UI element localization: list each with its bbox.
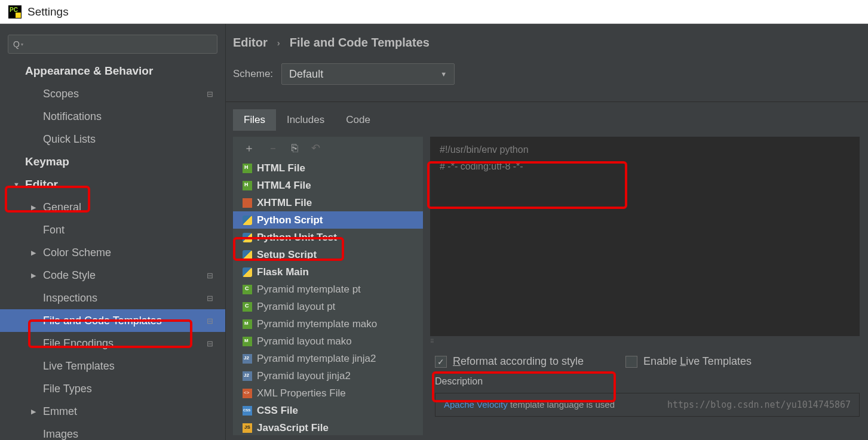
sidebar-item-general[interactable]: ▶General	[0, 196, 225, 219]
tab-files[interactable]: Files	[233, 109, 276, 131]
template-label: Pyramid mytemplate mako	[257, 318, 377, 330]
template-item-pyramid-layout-jinja2[interactable]: Pyramid layout jinja2	[233, 367, 423, 384]
project-override-icon: ⊟	[207, 339, 213, 348]
template-item-flask-main[interactable]: Flask Main	[233, 263, 423, 281]
pycharm-icon	[8, 5, 22, 19]
template-item-python-unit-test[interactable]: Python Unit Test	[233, 229, 423, 246]
py-file-icon	[243, 233, 252, 242]
project-override-icon: ⊟	[207, 316, 213, 325]
sidebar-item-label: Color Scheme	[43, 247, 111, 259]
project-override-icon: ⊟	[207, 90, 213, 99]
template-item-pyramid-layout-mako[interactable]: Pyramid layout mako	[233, 333, 423, 350]
apache-velocity-link[interactable]: Apache Velocity	[444, 399, 508, 410]
template-item-xml-properties-file[interactable]: XML Properties File	[233, 384, 423, 402]
sidebar-item-label: Appearance & Behavior	[25, 64, 153, 78]
template-toolbar: ＋ － ⎘ ↶	[233, 137, 423, 159]
copy-icon[interactable]: ⎘	[292, 142, 298, 155]
sidebar-item-quick-lists[interactable]: Quick Lists	[0, 128, 225, 150]
sidebar-item-inspections[interactable]: Inspections⊟	[0, 287, 225, 309]
template-item-pyramid-mytemplate-pt[interactable]: Pyramid mytemplate pt	[233, 281, 423, 298]
sidebar-item-editor[interactable]: ▼Editor	[0, 173, 225, 196]
template-panel: ＋ － ⎘ ↶ HTML FileHTML4 FileXHTML FilePyt…	[233, 137, 423, 435]
sidebar-item-keymap[interactable]: Keymap	[0, 150, 225, 173]
code-line: # -*- coding:utf-8 -*-	[440, 158, 850, 175]
live-templates-label: Enable Live Templates	[643, 355, 752, 368]
search-icon: Q	[13, 39, 20, 49]
template-item-css-file[interactable]: CSS File	[233, 402, 423, 419]
sidebar-item-font[interactable]: Font	[0, 219, 225, 241]
template-item-pyramid-mytemplate-mako[interactable]: Pyramid mytemplate mako	[233, 315, 423, 333]
template-label: HTML4 File	[257, 180, 311, 192]
add-icon[interactable]: ＋	[244, 141, 254, 155]
sidebar-item-notifications[interactable]: Notifications	[0, 105, 225, 128]
py-file-icon	[243, 250, 252, 260]
chevron-down-icon: ▼	[440, 70, 447, 78]
chevron-right-icon: ▶	[31, 272, 38, 279]
template-label: JavaScript File	[257, 422, 329, 434]
settings-content: Editor › File and Code Templates Scheme:…	[226, 24, 868, 440]
sidebar-item-file-encodings[interactable]: File Encodings⊟	[0, 332, 225, 355]
template-item-setup-script[interactable]: Setup Script	[233, 246, 423, 263]
sidebar-item-file-types[interactable]: File Types	[0, 377, 225, 400]
template-item-xhtml-file[interactable]: XHTML File	[233, 194, 423, 211]
live-templates-checkbox[interactable]: Enable Live Templates	[625, 355, 752, 368]
tab-code[interactable]: Code	[335, 109, 381, 131]
sidebar-item-label: Emmet	[43, 405, 77, 418]
template-label: Pyramid mytemplate pt	[257, 284, 361, 296]
js-file-icon	[243, 423, 252, 433]
breadcrumb-leaf: File and Code Templates	[290, 36, 430, 50]
template-label: XHTML File	[257, 197, 312, 209]
checkbox-icon	[435, 356, 447, 368]
scheme-row: Scheme: Default ▼	[233, 63, 868, 85]
template-label: XML Properties File	[257, 387, 346, 399]
description-box: Apache Velocity template language is use…	[435, 393, 860, 417]
editor-panel: #!/usr/bin/env python # -*- coding:utf-8…	[423, 137, 868, 435]
remove-icon[interactable]: －	[268, 141, 278, 155]
code-line: #!/usr/bin/env python	[440, 141, 850, 158]
template-item-python-script[interactable]: Python Script	[233, 211, 423, 229]
template-label: CSS File	[257, 405, 298, 417]
sidebar-item-label: Live Templates	[43, 360, 115, 373]
scheme-select[interactable]: Default ▼	[281, 63, 455, 85]
work-area: ＋ － ⎘ ↶ HTML FileHTML4 FileXHTML FilePyt…	[233, 137, 868, 435]
template-item-html-file[interactable]: HTML File	[233, 159, 423, 177]
j2-file-icon	[243, 371, 252, 381]
reformat-label: Reformat according to style	[453, 355, 584, 368]
chevron-right-icon: ▶	[31, 408, 38, 416]
project-override-icon: ⊟	[207, 271, 213, 280]
chevron-right-icon: ▶	[31, 204, 38, 211]
settings-sidebar: Q ▾ Appearance & BehaviorScopes⊟Notifica…	[0, 24, 226, 440]
options-row: Reformat according to style Enable Live …	[435, 355, 860, 368]
template-item-pyramid-mytemplate-jinja2[interactable]: Pyramid mytemplate jinja2	[233, 350, 423, 367]
sidebar-item-appearance-behavior[interactable]: Appearance & Behavior	[0, 60, 225, 82]
template-label: Pyramid layout mako	[257, 336, 352, 347]
html-file-icon	[243, 164, 252, 173]
sidebar-item-images[interactable]: Images	[0, 423, 225, 440]
tab-includes[interactable]: Includes	[276, 109, 335, 131]
template-item-html4-file[interactable]: HTML4 File	[233, 177, 423, 194]
sidebar-item-color-scheme[interactable]: ▶Color Scheme	[0, 241, 225, 264]
template-label: Pyramid layout jinja2	[257, 370, 351, 382]
sidebar-item-scopes[interactable]: Scopes⊟	[0, 82, 225, 105]
undo-icon[interactable]: ↶	[311, 141, 320, 155]
sidebar-item-live-templates[interactable]: Live Templates	[0, 355, 225, 377]
c-file-icon	[243, 285, 252, 294]
scheme-value: Default	[289, 68, 323, 81]
template-item-pyramid-layout-pt[interactable]: Pyramid layout pt	[233, 298, 423, 315]
xml-file-icon	[243, 389, 252, 398]
template-label: Python Script	[257, 214, 323, 226]
sidebar-item-file-and-code-templates[interactable]: File and Code Templates⊟	[0, 309, 225, 332]
reformat-checkbox[interactable]: Reformat according to style	[435, 355, 584, 368]
resize-grip-icon[interactable]: ⠿	[430, 339, 860, 344]
c-file-icon	[243, 302, 252, 312]
template-label: HTML File	[257, 162, 305, 174]
watermark: https://blog.csdn.net/yu1014745867	[667, 399, 851, 410]
m-file-icon	[243, 319, 252, 329]
py-file-icon	[243, 267, 252, 277]
sidebar-item-code-style[interactable]: ▶Code Style⊟	[0, 264, 225, 287]
sidebar-item-emmet[interactable]: ▶Emmet	[0, 400, 225, 423]
project-override-icon: ⊟	[207, 294, 213, 303]
template-editor[interactable]: #!/usr/bin/env python # -*- coding:utf-8…	[430, 137, 860, 336]
search-input[interactable]: Q ▾	[8, 35, 217, 54]
template-item-javascript-file[interactable]: JavaScript File	[233, 419, 423, 436]
